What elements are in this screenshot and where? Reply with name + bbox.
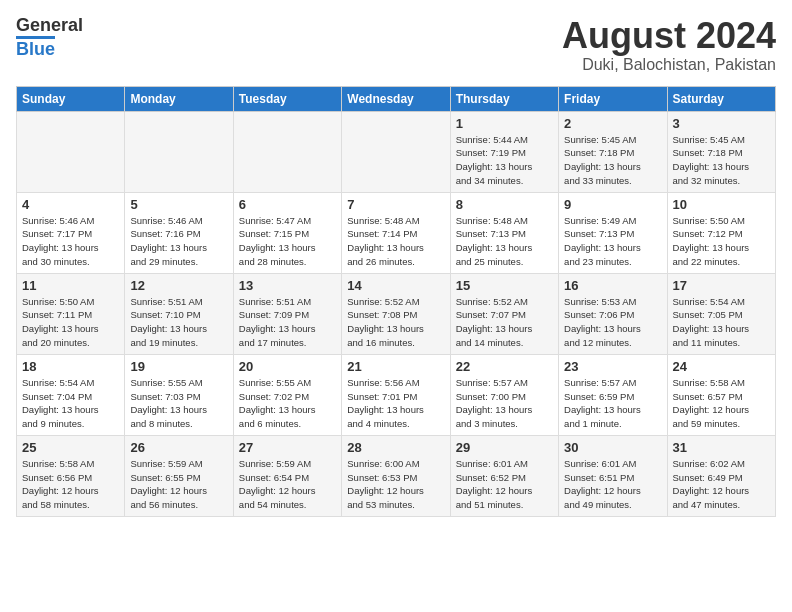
calendar-cell: 20Sunrise: 5:55 AM Sunset: 7:02 PM Dayli… [233,354,341,435]
day-info: Sunrise: 5:59 AM Sunset: 6:54 PM Dayligh… [239,457,336,512]
day-number: 27 [239,440,336,455]
calendar-cell: 1Sunrise: 5:44 AM Sunset: 7:19 PM Daylig… [450,111,558,192]
day-info: Sunrise: 5:53 AM Sunset: 7:06 PM Dayligh… [564,295,661,350]
calendar-cell: 28Sunrise: 6:00 AM Sunset: 6:53 PM Dayli… [342,435,450,516]
calendar-cell: 16Sunrise: 5:53 AM Sunset: 7:06 PM Dayli… [559,273,667,354]
day-info: Sunrise: 5:47 AM Sunset: 7:15 PM Dayligh… [239,214,336,269]
calendar-cell: 6Sunrise: 5:47 AM Sunset: 7:15 PM Daylig… [233,192,341,273]
day-info: Sunrise: 5:57 AM Sunset: 7:00 PM Dayligh… [456,376,553,431]
day-number: 24 [673,359,770,374]
calendar-cell: 2Sunrise: 5:45 AM Sunset: 7:18 PM Daylig… [559,111,667,192]
calendar-cell: 19Sunrise: 5:55 AM Sunset: 7:03 PM Dayli… [125,354,233,435]
day-number: 21 [347,359,444,374]
calendar-cell: 25Sunrise: 5:58 AM Sunset: 6:56 PM Dayli… [17,435,125,516]
calendar-cell [17,111,125,192]
header-thursday: Thursday [450,86,558,111]
calendar-cell: 13Sunrise: 5:51 AM Sunset: 7:09 PM Dayli… [233,273,341,354]
header-sunday: Sunday [17,86,125,111]
day-info: Sunrise: 6:00 AM Sunset: 6:53 PM Dayligh… [347,457,444,512]
calendar-cell: 17Sunrise: 5:54 AM Sunset: 7:05 PM Dayli… [667,273,775,354]
day-number: 14 [347,278,444,293]
calendar-cell: 8Sunrise: 5:48 AM Sunset: 7:13 PM Daylig… [450,192,558,273]
header: General Blue August 2024 Duki, Balochist… [16,16,776,74]
day-number: 18 [22,359,119,374]
day-number: 1 [456,116,553,131]
calendar-cell: 23Sunrise: 5:57 AM Sunset: 6:59 PM Dayli… [559,354,667,435]
calendar-cell [342,111,450,192]
calendar-cell [233,111,341,192]
day-info: Sunrise: 5:48 AM Sunset: 7:14 PM Dayligh… [347,214,444,269]
calendar-cell: 5Sunrise: 5:46 AM Sunset: 7:16 PM Daylig… [125,192,233,273]
day-info: Sunrise: 5:58 AM Sunset: 6:56 PM Dayligh… [22,457,119,512]
day-number: 9 [564,197,661,212]
calendar-cell [125,111,233,192]
calendar-cell: 15Sunrise: 5:52 AM Sunset: 7:07 PM Dayli… [450,273,558,354]
day-info: Sunrise: 5:46 AM Sunset: 7:16 PM Dayligh… [130,214,227,269]
day-number: 3 [673,116,770,131]
calendar-cell: 31Sunrise: 6:02 AM Sunset: 6:49 PM Dayli… [667,435,775,516]
day-number: 12 [130,278,227,293]
logo-general: General [16,16,83,36]
day-number: 23 [564,359,661,374]
day-number: 19 [130,359,227,374]
calendar-cell: 7Sunrise: 5:48 AM Sunset: 7:14 PM Daylig… [342,192,450,273]
header-row: SundayMondayTuesdayWednesdayThursdayFrid… [17,86,776,111]
day-info: Sunrise: 5:58 AM Sunset: 6:57 PM Dayligh… [673,376,770,431]
day-info: Sunrise: 6:01 AM Sunset: 6:51 PM Dayligh… [564,457,661,512]
day-number: 10 [673,197,770,212]
header-saturday: Saturday [667,86,775,111]
day-number: 29 [456,440,553,455]
day-info: Sunrise: 5:46 AM Sunset: 7:17 PM Dayligh… [22,214,119,269]
logo: General Blue [16,16,83,60]
calendar-cell: 11Sunrise: 5:50 AM Sunset: 7:11 PM Dayli… [17,273,125,354]
day-number: 13 [239,278,336,293]
day-number: 30 [564,440,661,455]
week-row-4: 18Sunrise: 5:54 AM Sunset: 7:04 PM Dayli… [17,354,776,435]
day-info: Sunrise: 5:57 AM Sunset: 6:59 PM Dayligh… [564,376,661,431]
calendar-cell: 14Sunrise: 5:52 AM Sunset: 7:08 PM Dayli… [342,273,450,354]
day-info: Sunrise: 6:01 AM Sunset: 6:52 PM Dayligh… [456,457,553,512]
day-number: 8 [456,197,553,212]
day-number: 7 [347,197,444,212]
day-info: Sunrise: 5:54 AM Sunset: 7:04 PM Dayligh… [22,376,119,431]
header-friday: Friday [559,86,667,111]
subtitle: Duki, Balochistan, Pakistan [562,56,776,74]
day-info: Sunrise: 5:52 AM Sunset: 7:08 PM Dayligh… [347,295,444,350]
calendar-cell: 21Sunrise: 5:56 AM Sunset: 7:01 PM Dayli… [342,354,450,435]
day-number: 6 [239,197,336,212]
day-info: Sunrise: 5:54 AM Sunset: 7:05 PM Dayligh… [673,295,770,350]
day-number: 11 [22,278,119,293]
calendar-cell: 26Sunrise: 5:59 AM Sunset: 6:55 PM Dayli… [125,435,233,516]
month-title: August 2024 [562,16,776,56]
week-row-1: 1Sunrise: 5:44 AM Sunset: 7:19 PM Daylig… [17,111,776,192]
calendar-cell: 24Sunrise: 5:58 AM Sunset: 6:57 PM Dayli… [667,354,775,435]
day-info: Sunrise: 5:56 AM Sunset: 7:01 PM Dayligh… [347,376,444,431]
day-info: Sunrise: 5:50 AM Sunset: 7:11 PM Dayligh… [22,295,119,350]
day-info: Sunrise: 5:52 AM Sunset: 7:07 PM Dayligh… [456,295,553,350]
day-number: 15 [456,278,553,293]
header-wednesday: Wednesday [342,86,450,111]
day-number: 2 [564,116,661,131]
day-info: Sunrise: 5:59 AM Sunset: 6:55 PM Dayligh… [130,457,227,512]
day-number: 22 [456,359,553,374]
calendar-cell: 3Sunrise: 5:45 AM Sunset: 7:18 PM Daylig… [667,111,775,192]
day-info: Sunrise: 5:49 AM Sunset: 7:13 PM Dayligh… [564,214,661,269]
header-tuesday: Tuesday [233,86,341,111]
calendar-cell: 22Sunrise: 5:57 AM Sunset: 7:00 PM Dayli… [450,354,558,435]
calendar-cell: 9Sunrise: 5:49 AM Sunset: 7:13 PM Daylig… [559,192,667,273]
week-row-3: 11Sunrise: 5:50 AM Sunset: 7:11 PM Dayli… [17,273,776,354]
day-number: 26 [130,440,227,455]
day-info: Sunrise: 5:55 AM Sunset: 7:03 PM Dayligh… [130,376,227,431]
calendar-cell: 27Sunrise: 5:59 AM Sunset: 6:54 PM Dayli… [233,435,341,516]
day-info: Sunrise: 6:02 AM Sunset: 6:49 PM Dayligh… [673,457,770,512]
day-info: Sunrise: 5:45 AM Sunset: 7:18 PM Dayligh… [673,133,770,188]
day-number: 31 [673,440,770,455]
week-row-5: 25Sunrise: 5:58 AM Sunset: 6:56 PM Dayli… [17,435,776,516]
calendar-cell: 18Sunrise: 5:54 AM Sunset: 7:04 PM Dayli… [17,354,125,435]
calendar-table: SundayMondayTuesdayWednesdayThursdayFrid… [16,86,776,517]
day-info: Sunrise: 5:44 AM Sunset: 7:19 PM Dayligh… [456,133,553,188]
calendar-cell: 29Sunrise: 6:01 AM Sunset: 6:52 PM Dayli… [450,435,558,516]
day-number: 20 [239,359,336,374]
week-row-2: 4Sunrise: 5:46 AM Sunset: 7:17 PM Daylig… [17,192,776,273]
calendar-cell: 10Sunrise: 5:50 AM Sunset: 7:12 PM Dayli… [667,192,775,273]
